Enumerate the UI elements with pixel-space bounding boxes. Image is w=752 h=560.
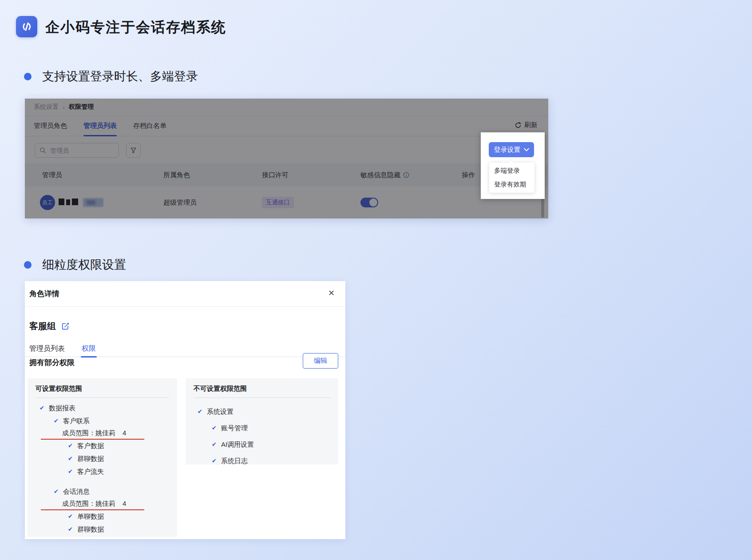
menu-item-login-validity[interactable]: 登录有效期	[489, 178, 534, 191]
menu-item-multi-device[interactable]: 多端登录	[489, 164, 534, 178]
close-icon[interactable]: ✕	[328, 289, 335, 297]
check-icon: ✔	[54, 418, 59, 424]
page-title: 企小码专注于会话存档系统	[45, 18, 226, 37]
permission-label: 会话消息	[63, 487, 90, 496]
tab-permissions[interactable]: 权限	[82, 341, 96, 357]
permission-label: 群聊数据	[77, 454, 104, 463]
red-underline-annotation	[41, 439, 144, 440]
role-name-row: 客服组	[29, 320, 70, 332]
feature-bullet-permissions: 细粒度权限设置	[24, 257, 126, 273]
check-icon: ✔	[68, 526, 73, 532]
permission-item: ✔系统设置	[186, 407, 338, 416]
edit-pencil-icon[interactable]	[61, 322, 70, 330]
feature-label: 细粒度权限设置	[42, 257, 126, 273]
role-name: 客服组	[29, 320, 56, 332]
permission-item: ✔会话消息	[28, 487, 177, 496]
check-icon: ✔	[212, 458, 217, 464]
chevron-down-icon	[524, 148, 529, 151]
feature-label: 支持设置登录时长、多端登录	[42, 68, 198, 84]
check-icon: ✔	[54, 489, 59, 494]
app-logo	[16, 16, 37, 37]
permission-item: ✔AI调用设置	[186, 440, 338, 449]
permission-item: ✔群聊数据	[28, 454, 177, 463]
bullet-dot-icon	[24, 73, 32, 80]
code-brackets-icon	[20, 20, 33, 33]
settable-permission-tree: ✔数据报表✔客户联系成员范围：姚佳莉4✔客户数据✔群聊数据✔客户流失✔会话消息成…	[28, 398, 177, 533]
member-count: 4	[123, 429, 126, 437]
check-icon: ✔	[68, 513, 73, 519]
role-detail-panel: 角色详情 ✕ 客服组 管理员列表 权限 拥有部分权限 编辑 可设置权限范围 ✔数…	[25, 281, 345, 539]
settable-permissions-box: 可设置权限范围 ✔数据报表✔客户联系成员范围：姚佳莉4✔客户数据✔群聊数据✔客户…	[28, 378, 177, 537]
check-icon: ✔	[212, 441, 217, 447]
unsettable-permission-tree: ✔系统设置✔账号管理✔AI调用设置✔系统日志	[186, 398, 338, 465]
permission-label: 系统设置	[207, 407, 234, 416]
login-settings-button[interactable]: 登录设置	[489, 142, 534, 157]
check-icon: ✔	[68, 443, 73, 449]
role-panel-tabs: 管理员列表 权限	[25, 341, 345, 357]
permission-label: 数据报表	[49, 404, 75, 412]
login-settings-spotlight: 登录设置 多端登录 登录有效期	[481, 132, 545, 199]
permission-label: AI调用设置	[221, 440, 254, 449]
login-settings-menu: 多端登录 登录有效期	[489, 163, 534, 193]
permission-item: ✔账号管理	[186, 424, 338, 432]
tab-admin-list[interactable]: 管理员列表	[29, 341, 65, 357]
member-scope-label: 成员范围：姚佳莉	[62, 429, 115, 437]
box-title: 可设置权限范围	[28, 378, 177, 397]
permission-label: 群聊数据	[77, 525, 104, 533]
check-icon: ✔	[198, 409, 202, 414]
dim-overlay	[25, 99, 548, 218]
permission-item: ✔单聊数据	[28, 512, 177, 520]
permission-label: 系统日志	[221, 457, 248, 465]
permission-summary: 拥有部分权限	[29, 357, 75, 368]
unsettable-permissions-box: 不可设置权限范围 ✔系统设置✔账号管理✔AI调用设置✔系统日志	[186, 378, 338, 465]
permission-item: ✔客户流失	[28, 467, 177, 476]
member-scope-label: 成员范围：姚佳莉	[62, 499, 115, 508]
feature-bullet-login: 支持设置登录时长、多端登录	[24, 68, 198, 84]
permission-label: 客户联系	[63, 417, 90, 425]
permission-label: 客户流失	[77, 467, 104, 476]
permission-item: ✔客户联系	[28, 417, 177, 425]
member-scope-row: 成员范围：姚佳莉4	[28, 429, 177, 437]
panel-title: 角色详情	[29, 289, 59, 299]
panel-header: 角色详情 ✕	[25, 281, 345, 307]
check-icon: ✔	[212, 425, 217, 431]
member-scope-row: 成员范围：姚佳莉4	[28, 499, 177, 508]
permission-item: ✔群聊数据	[28, 525, 177, 533]
edit-button[interactable]: 编辑	[303, 353, 338, 369]
admin-list-screenshot: 系统设置 › 权限管理 管理员角色 管理员列表 存档白名单 刷新	[25, 99, 548, 218]
member-count: 4	[123, 499, 126, 508]
red-underline-annotation	[41, 509, 144, 510]
bullet-dot-icon	[24, 261, 32, 269]
permission-item: ✔客户数据	[28, 441, 177, 450]
permission-label: 客户数据	[77, 441, 104, 450]
check-icon: ✔	[40, 405, 44, 411]
permission-item: ✔数据报表	[28, 404, 177, 412]
permission-label: 单聊数据	[77, 512, 104, 520]
check-icon: ✔	[68, 469, 73, 474]
check-icon: ✔	[68, 456, 73, 461]
permission-item: ✔系统日志	[186, 457, 338, 465]
box-title: 不可设置权限范围	[186, 378, 338, 397]
permission-label: 账号管理	[221, 424, 248, 432]
